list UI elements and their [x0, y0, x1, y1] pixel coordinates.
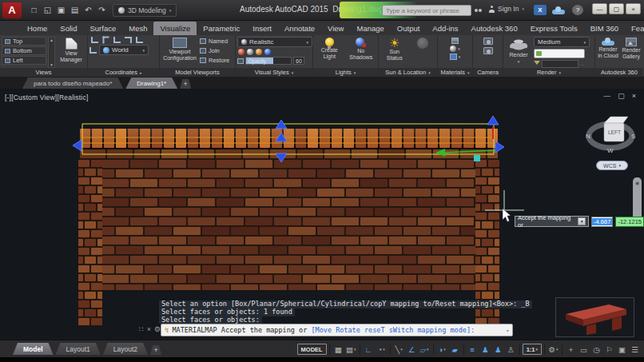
doc-restore-button[interactable]: ▢ — [618, 92, 625, 100]
ribbon-tab-featured-apps[interactable]: Featured Apps — [625, 22, 644, 35]
sign-in-button[interactable]: Sign In ▾ — [489, 5, 524, 13]
autoscale-icon[interactable]: ♟ — [492, 343, 504, 356]
workspace-switcher[interactable]: 3D Modeling ▾ — [113, 4, 177, 17]
view-control[interactable]: [Custom View] — [11, 93, 57, 101]
join-viewports-button[interactable]: Join — [200, 46, 229, 55]
ribbon-tab-surface[interactable]: Surface — [83, 22, 122, 35]
material-mapping-icon[interactable]: ▾ — [450, 54, 461, 60]
view-item-bottom[interactable]: Bottom — [2, 46, 46, 55]
material-browser-icon[interactable] — [451, 38, 459, 44]
wcs-menu[interactable]: WCS▾ — [596, 161, 628, 170]
autodesk-360-icon[interactable] — [551, 5, 566, 15]
viewcube[interactable]: N W S LEFT — [582, 109, 639, 166]
object-snap-tracking-icon[interactable]: ◑▾ — [436, 343, 448, 356]
save-file-icon[interactable]: ▣ — [55, 4, 67, 16]
visual-style-dropdown[interactable]: Realistic▾ — [237, 37, 312, 47]
restore-button[interactable]: ▢ — [609, 3, 624, 14]
command-recent-dropdown-icon[interactable]: ▾ — [506, 328, 509, 333]
snap-mode-icon[interactable]: ▤▾ — [345, 343, 357, 356]
dynamic-input-icon[interactable]: ◔▾ — [376, 343, 388, 356]
camera-display-icon[interactable] — [483, 47, 493, 54]
autodesk-360-panel-label[interactable]: Autodesk 360 — [595, 68, 643, 77]
view-manager-button[interactable]: View Manager — [57, 37, 85, 68]
render-quality-dropdown[interactable]: Medium▾ — [534, 37, 590, 47]
render-panel-label[interactable]: Render▾ — [503, 68, 594, 77]
ribbon-tab-manage[interactable]: Manage — [350, 22, 390, 35]
grid-display-icon[interactable]: ▦ — [332, 343, 344, 356]
workspace-switcher-icon[interactable]: ⚙▾ — [547, 343, 559, 356]
new-drawing-tab-button[interactable]: + — [180, 79, 191, 89]
visual-styles-panel-label[interactable]: Visual Styles▾ — [236, 68, 312, 77]
dynamic-input-dropdown[interactable]: ▼ — [578, 217, 586, 225]
ucs-dropdown[interactable]: World▾ — [99, 45, 149, 55]
infer-constraints-icon[interactable]: ∟ — [363, 343, 375, 356]
polar-tracking-icon[interactable]: ∠ — [406, 343, 418, 356]
command-close-icon[interactable]: × — [147, 325, 151, 333]
ribbon-tab-solid[interactable]: Solid — [54, 22, 83, 35]
file-tab-para-todo[interactable]: para todo diseño mapeado* — [22, 78, 123, 89]
ribbon-tab-home[interactable]: Home — [21, 22, 54, 35]
file-tab-drawing1[interactable]: Drawing1* — [125, 78, 177, 89]
ribbon-tab-output[interactable]: Output — [391, 22, 427, 35]
ribbon-tab-add-ins[interactable]: Add-ins — [426, 22, 464, 35]
annotation-monitor-icon[interactable]: + — [565, 343, 577, 356]
annotation-visibility-icon[interactable]: ♟ — [479, 343, 491, 356]
command-customize-icon[interactable]: ⚙ — [154, 325, 161, 333]
sun-status-button[interactable]: ☀ Sun Status — [383, 37, 407, 68]
restore-viewports-button[interactable]: Restore — [200, 56, 229, 65]
render-output-filename-field[interactable] — [542, 60, 578, 68]
redo-icon[interactable]: ↷ — [96, 4, 108, 16]
isolate-objects-icon[interactable]: ▭ — [578, 343, 590, 356]
view-item-left[interactable]: Left — [2, 56, 46, 65]
sky-off-button[interactable] — [412, 37, 433, 68]
brick-pillar-left[interactable] — [78, 160, 102, 326]
opacity-slider[interactable]: Opacity — [245, 57, 292, 65]
view-item-top[interactable]: Top — [2, 37, 46, 46]
materials-panel-label[interactable]: Materials▾ — [438, 68, 472, 77]
ribbon-tab-express-tools[interactable]: Express Tools — [524, 22, 584, 35]
close-button[interactable]: × — [626, 3, 641, 14]
model-space-toggle[interactable]: MODEL — [297, 344, 327, 355]
ucs-icon[interactable] — [89, 47, 97, 54]
customization-menu-icon[interactable]: ☰ — [629, 343, 641, 356]
no-shadows-button[interactable]: No Shadows — [347, 37, 376, 68]
lineweight-icon[interactable]: ≡ — [467, 343, 479, 356]
viewport-configuration-button[interactable]: Viewport Configuration — [161, 37, 198, 68]
search-input[interactable] — [382, 5, 471, 16]
open-file-icon[interactable]: ◱ — [42, 4, 54, 16]
ribbon-tab-parametric[interactable]: Parametric — [197, 22, 246, 35]
autocad-logo-icon[interactable]: A — [2, 2, 22, 18]
exchange-apps-icon[interactable]: X — [534, 5, 547, 15]
visual-style-control[interactable]: [Realistic] — [57, 93, 88, 101]
create-light-button[interactable]: Create Light — [316, 37, 343, 68]
brick-mantel-soldier-course[interactable] — [80, 129, 498, 149]
material-sphere-icon[interactable]: ▾ — [450, 46, 460, 52]
sun-location-panel-label[interactable]: Sun & Location▾ — [379, 68, 437, 77]
layout2-tab[interactable]: Layout2 — [103, 343, 148, 355]
face-style-icons[interactable] — [237, 49, 312, 55]
views-scrollbar[interactable]: ▲▼ — [48, 37, 55, 68]
quick-properties-icon[interactable]: ⚐ — [603, 343, 615, 356]
isometric-drafting-icon[interactable]: ▱▾ — [419, 343, 431, 356]
viewport-menu-control[interactable]: [-] — [5, 93, 11, 101]
named-viewports-button[interactable]: Named — [200, 37, 229, 46]
brick-wall-field[interactable] — [101, 160, 476, 290]
ortho-mode-icon[interactable]: ╲▾ — [393, 343, 405, 356]
object-snap-icon[interactable]: ▰ — [449, 343, 461, 356]
ribbon-tab-annotate[interactable]: Annotate — [278, 22, 321, 35]
lights-panel-label[interactable]: Lights▾ — [313, 68, 378, 77]
annotation-people-icon[interactable]: ♙ — [505, 343, 517, 356]
undo-icon[interactable]: ↶ — [82, 4, 94, 16]
render-button[interactable]: Render▾ — [505, 37, 532, 68]
add-layout-button[interactable]: + — [150, 345, 161, 355]
clean-screen-icon[interactable]: ▣ — [616, 343, 628, 356]
ucs-icon-row[interactable] — [89, 37, 157, 43]
camera-panel-label[interactable]: Camera — [473, 68, 503, 77]
views-panel-label[interactable]: Views — [0, 68, 87, 77]
opacity-control[interactable]: Opacity 60 — [237, 57, 312, 65]
dynamic-input-y-field[interactable]: -12.1215 — [615, 217, 644, 227]
ribbon-tab-mesh[interactable]: Mesh — [122, 22, 153, 35]
ribbon-tab-insert[interactable]: Insert — [246, 22, 278, 35]
ribbon-tab-bim-360[interactable]: BIM 360 — [584, 22, 625, 35]
layout1-tab[interactable]: Layout1 — [56, 343, 101, 355]
